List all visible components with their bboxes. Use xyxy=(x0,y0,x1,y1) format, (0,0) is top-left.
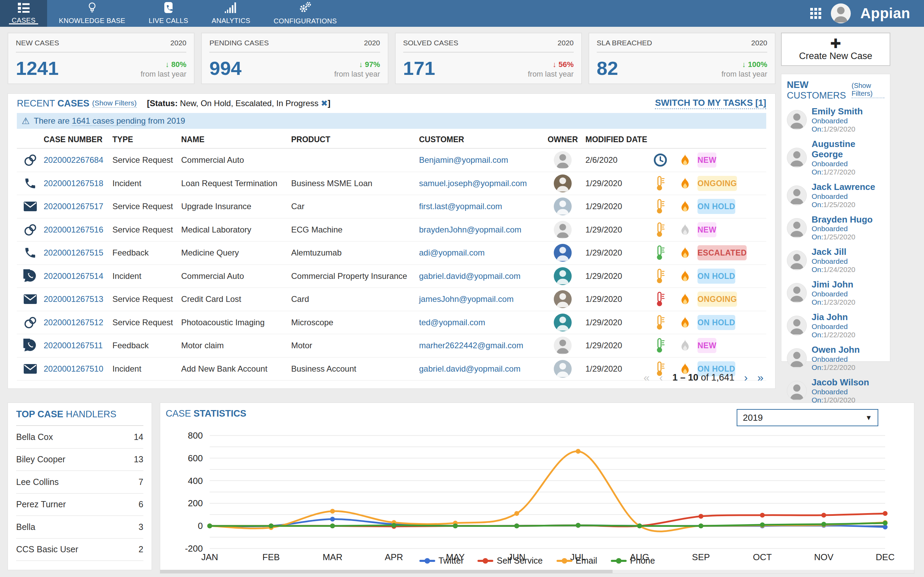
kpi-note: from last year xyxy=(528,70,573,79)
customer-email-link[interactable]: samuel.joseph@yopmail.com xyxy=(419,179,540,188)
user-avatar[interactable] xyxy=(831,3,851,23)
case-number-link[interactable]: 2020001267514 xyxy=(44,271,112,281)
nav-tab-cases[interactable]: CASES xyxy=(0,0,47,27)
modified-date: 1/29/2020 xyxy=(585,225,648,235)
customer-name: Emily Smith xyxy=(812,106,884,117)
customer-name: Augustine George xyxy=(812,139,884,160)
nav-tab-configurations[interactable]: CONFIGURATIONS xyxy=(262,0,349,27)
modified-date: 1/29/2020 xyxy=(585,318,648,327)
customer-item[interactable]: Owen John Onboarded On:1/22/2020 xyxy=(787,345,884,372)
customer-item[interactable]: Brayden Hugo Onboarded On:1/25/2020 xyxy=(787,214,884,242)
customer-email-link[interactable]: first.last@yopmail.com xyxy=(419,201,540,211)
handler-name: Lee Collins xyxy=(16,477,59,487)
owner-avatar xyxy=(540,198,585,215)
case-number-link[interactable]: 2020002267684 xyxy=(44,155,112,165)
pending-cases-alert: ⚠ There are 1641 cases pending from 2019 xyxy=(17,113,766,129)
customer-email-link[interactable]: Benjamin@yopmail.com xyxy=(419,155,540,165)
case-type: Service Request xyxy=(112,155,181,165)
case-number-link[interactable]: 2020001267510 xyxy=(44,364,112,374)
kpi-cards: NEW CASES 2020 1241 ↓ 80% from last year… xyxy=(8,33,775,84)
pending-cases-link[interactable]: 1641 cases pending xyxy=(72,116,146,126)
handler-row: Perez Turner6 xyxy=(16,493,143,516)
pagination-last-icon[interactable]: » xyxy=(757,372,764,383)
priority-flame-icon xyxy=(673,338,698,352)
nav-tab-live-calls[interactable]: LIVE CALLS xyxy=(137,0,200,27)
kpi-year: 2020 xyxy=(171,39,187,47)
customer-item[interactable]: Augustine George Onboarded On:1/27/2020 xyxy=(787,139,884,176)
legend-label: Twitter xyxy=(439,556,464,566)
svg-text:200: 200 xyxy=(188,498,203,508)
column-header-case-number: CASE NUMBER xyxy=(44,135,112,144)
svg-text:600: 600 xyxy=(188,453,203,463)
legend-marker xyxy=(557,560,572,562)
legend-marker xyxy=(419,560,435,562)
customer-email-link[interactable]: gabriel.david@yopmail.com xyxy=(419,364,540,374)
customer-item[interactable]: Jimi John Onboarded On:1/23/2020 xyxy=(787,280,884,306)
pagination-first-icon[interactable]: « xyxy=(643,372,650,383)
sla-clock-icon xyxy=(648,153,673,167)
case-number-link[interactable]: 2020001267513 xyxy=(44,294,112,304)
nav-tab-knowledge-base[interactable]: KNOWLEDGE BASE xyxy=(47,0,137,27)
handler-row: Biley Cooper13 xyxy=(16,448,143,471)
customer-item[interactable]: Jacob Wilson Onboarded On:1/20/2020 xyxy=(787,377,884,404)
column-header-owner: OWNER xyxy=(540,135,585,144)
pagination-prev-icon[interactable]: ‹ xyxy=(659,372,663,383)
owner-avatar xyxy=(540,221,585,239)
create-new-case-button[interactable]: ✚ Create New Case xyxy=(781,33,890,66)
app-launcher-grid-icon[interactable] xyxy=(810,8,821,19)
pagination-next-icon[interactable]: › xyxy=(744,372,748,383)
case-row-2020001267518: 2020001267518 Incident Loan Request Term… xyxy=(17,172,766,195)
case-row-2020001267515: 2020001267515 Feedback Medicine Query Al… xyxy=(17,242,766,265)
case-number-link[interactable]: 2020001267511 xyxy=(44,341,112,350)
temperature-icon xyxy=(648,314,673,330)
kpi-card-new-cases: NEW CASES 2020 1241 ↓ 80% from last year xyxy=(8,33,195,84)
cases-table-body: 2020002267684 Service Request Commercial… xyxy=(17,149,766,380)
kpi-delta: ↓ 80% xyxy=(141,60,186,69)
handler-count: 6 xyxy=(139,500,143,509)
switch-to-my-tasks-link[interactable]: SWITCH TO MY TASKS [1] xyxy=(655,98,766,109)
case-number-link[interactable]: 2020001267512 xyxy=(44,318,112,327)
kpi-label: SOLVED CASES xyxy=(403,39,459,47)
customer-onboarded: Onboarded On:1/24/2020 xyxy=(812,257,884,274)
case-product: Car xyxy=(291,201,419,211)
customer-item[interactable]: Jack Jill Onboarded On:1/24/2020 xyxy=(787,247,884,274)
customer-item[interactable]: Jack Lawrence Onboarded On:1/25/2020 xyxy=(787,182,884,209)
case-name: Loan Request Termination xyxy=(181,179,291,188)
handler-count: 3 xyxy=(139,522,143,532)
customer-email-link[interactable]: braydenJohn@yopmail.com xyxy=(419,225,540,235)
horizontal-scrollbar[interactable] xyxy=(160,570,914,573)
customer-item[interactable]: Jia John Onboarded On:1/22/2020 xyxy=(787,312,884,339)
year-filter-dropdown[interactable]: 2019 ▼ xyxy=(737,409,878,426)
web-icon xyxy=(17,316,44,329)
customer-email-link[interactable]: adi@yopmail.com xyxy=(419,248,540,258)
phone-icon xyxy=(17,177,44,190)
customers-show-filters-link[interactable]: (Show Filters) xyxy=(851,82,884,98)
priority-flame-icon xyxy=(673,269,698,283)
case-number-link[interactable]: 2020001267515 xyxy=(44,248,112,258)
case-product: Motor xyxy=(291,341,419,350)
case-number-link[interactable]: 2020001267517 xyxy=(44,201,112,211)
case-number-link[interactable]: 2020001267516 xyxy=(44,225,112,235)
kpi-label: SLA BREACHED xyxy=(597,39,652,47)
customer-email-link[interactable]: marher2622442@gmail.com xyxy=(419,341,540,350)
svg-text:0: 0 xyxy=(198,521,203,531)
customer-email-link[interactable]: ted@yopmail.com xyxy=(419,318,540,327)
clear-filter-icon[interactable]: ✖ xyxy=(321,98,328,108)
customer-email-link[interactable]: jamesJohn@yopmail.com xyxy=(419,294,540,304)
kpi-label: NEW CASES xyxy=(16,39,59,47)
case-product: ECG Machine xyxy=(291,225,419,235)
show-filters-link[interactable]: (Show Filters) xyxy=(92,99,137,108)
warning-icon: ⚠ xyxy=(22,116,29,126)
customer-onboarded: Onboarded On:1/25/2020 xyxy=(812,225,884,241)
customer-email-link[interactable]: gabriel.david@yopmail.com xyxy=(419,271,540,281)
customer-item[interactable]: Emily Smith Onboarded On:1/29/2020 xyxy=(787,106,884,133)
handler-count: 14 xyxy=(134,432,143,442)
nav-tab-analytics[interactable]: ANALYTICS xyxy=(200,0,262,27)
status-badge: ESCALATED xyxy=(698,248,767,258)
case-number-link[interactable]: 2020001267518 xyxy=(44,179,112,188)
status-filter-chip: [Status: New, On Hold, Escalated, In Pro… xyxy=(147,98,331,108)
customer-name: Jacob Wilson xyxy=(812,377,884,388)
new-customers-panel: NEW CUSTOMERS (Show Filters) Emily Smith… xyxy=(781,74,890,362)
kpi-delta: ↓ 56% xyxy=(528,60,573,69)
temperature-icon xyxy=(648,176,673,191)
